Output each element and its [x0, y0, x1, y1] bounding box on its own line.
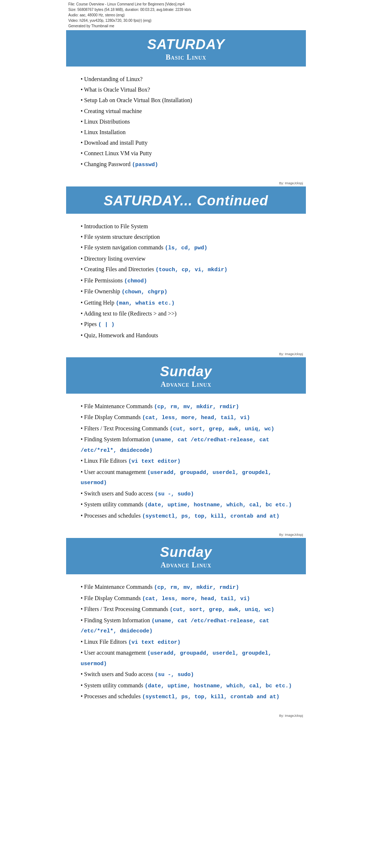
list-item: Changing Password (passwd) [81, 159, 295, 170]
section4-title-main: Sunday [70, 544, 302, 560]
section3-content: File Maintenance Commands (cp, rm, mv, m… [66, 394, 306, 533]
section3-header: Sunday Advance Linux [66, 357, 306, 394]
list-item: Creating Files and Directories (touch, c… [81, 264, 295, 275]
file-info-line3: Audio: aac, 48000 Hz, stereo (eng) [68, 12, 304, 18]
list-item: Getting Help (man, whatis etc.) [81, 297, 295, 309]
list-item: Quiz, Homework and Handouts [81, 330, 295, 341]
file-info: File: Course Overview - Linux Command Li… [66, 0, 306, 30]
list-item: File Ownership (chown, chgrp) [81, 286, 295, 297]
list-item: Linux Installation [81, 127, 295, 137]
list-item: Understanding of Linux? [81, 74, 295, 84]
file-info-line2: Size: 56808767 bytes (54.18 MiB), durati… [68, 7, 304, 12]
section1-header: SATURDAY Basic Linux [66, 30, 306, 67]
section3-watermark: By: ImageJckspj [66, 532, 306, 538]
list-item: Pipes ( | ) [81, 319, 295, 330]
list-item: Finding System Information (uname, cat /… [81, 615, 295, 636]
section2-title-main: SATURDAY... Continued [70, 193, 302, 209]
list-item: Filters / Text Processing Commands (cut,… [81, 604, 295, 615]
section1-list: Understanding of Linux? What is Oracle V… [81, 74, 295, 170]
section2-header: SATURDAY... Continued [66, 186, 306, 214]
list-item: What is Oracle Virtual Box? [81, 84, 295, 95]
list-item: Linux Distributions [81, 116, 295, 127]
list-item: System utility commands (date, uptime, h… [81, 680, 295, 691]
list-item: Download and install Putty [81, 137, 295, 148]
section2-watermark: By: ImageJckspj [66, 351, 306, 357]
section4-list: File Maintenance Commands (cp, rm, mv, m… [81, 582, 295, 702]
section-saturday-continued: SATURDAY... Continued Introduction to Fi… [66, 186, 306, 357]
section3-title-main: Sunday [70, 364, 302, 379]
section1-title-main: SATURDAY [70, 37, 302, 52]
list-item: File system structure description [81, 232, 295, 242]
section4-title-sub: Advance Linux [70, 561, 302, 569]
list-item: Introduction to File System [81, 221, 295, 232]
list-item: Switch users and Sudo access (su -, sudo… [81, 488, 295, 499]
list-item: Linux File Editors (vi text editor) [81, 455, 295, 467]
list-item: Finding System Information (uname, cat /… [81, 434, 295, 455]
file-info-line4: Video: h264, yuv420p, 1280x720, 30.00 fp… [68, 18, 304, 23]
list-item: File system navigation commands (ls, cd,… [81, 242, 295, 253]
section1-title-sub: Basic Linux [70, 53, 302, 61]
list-item: Processes and schedules (systemctl, ps, … [81, 510, 295, 522]
list-item: Creating virtual machine [81, 106, 295, 116]
list-item: Setup Lab on Oracle Virtual Box (Install… [81, 95, 295, 105]
list-item: Directory listing overview [81, 253, 295, 264]
section2-list: Introduction to File System File system … [81, 221, 295, 341]
section4-watermark: By: ImageJckspj [66, 713, 306, 719]
list-item: Adding text to file (Redirects > and >>) [81, 308, 295, 319]
section-sunday-1: Sunday Advance Linux File Maintenance Co… [66, 357, 306, 538]
list-item: Connect Linux VM via Putty [81, 148, 295, 158]
section4-content: File Maintenance Commands (cp, rm, mv, m… [66, 574, 306, 713]
list-item: Linux File Editors (vi text editor) [81, 636, 295, 648]
section3-list: File Maintenance Commands (cp, rm, mv, m… [81, 401, 295, 522]
list-item: File Maintenance Commands (cp, rm, mv, m… [81, 582, 295, 593]
file-info-line1: File: Course Overview - Linux Command Li… [68, 1, 304, 7]
section4-header: Sunday Advance Linux [66, 538, 306, 574]
list-item: Processes and schedules (systemctl, ps, … [81, 691, 295, 702]
list-item: User account management (useradd, groupa… [81, 467, 295, 488]
section-sunday-2: Sunday Advance Linux File Maintenance Co… [66, 538, 306, 719]
list-item: Switch users and Sudo access (su -, sudo… [81, 669, 295, 680]
list-item: File Permissions (chmod) [81, 275, 295, 286]
file-info-line5: Generated by Thumbnail me [68, 23, 304, 29]
section-saturday-basic: SATURDAY Basic Linux Understanding of Li… [66, 30, 306, 186]
list-item: File Maintenance Commands (cp, rm, mv, m… [81, 401, 295, 412]
list-item: File Display Commands (cat, less, more, … [81, 412, 295, 423]
list-item: User account management (useradd, groupa… [81, 647, 295, 669]
section2-content: Introduction to File System File system … [66, 214, 306, 351]
section3-title-sub: Advance Linux [70, 380, 302, 389]
section1-watermark: By: ImageJckspj [66, 181, 306, 186]
list-item: File Display Commands (cat, less, more, … [81, 593, 295, 604]
list-item: System utility commands (date, uptime, h… [81, 499, 295, 510]
list-item: Filters / Text Processing Commands (cut,… [81, 423, 295, 434]
section1-content: Understanding of Linux? What is Oracle V… [66, 67, 306, 181]
